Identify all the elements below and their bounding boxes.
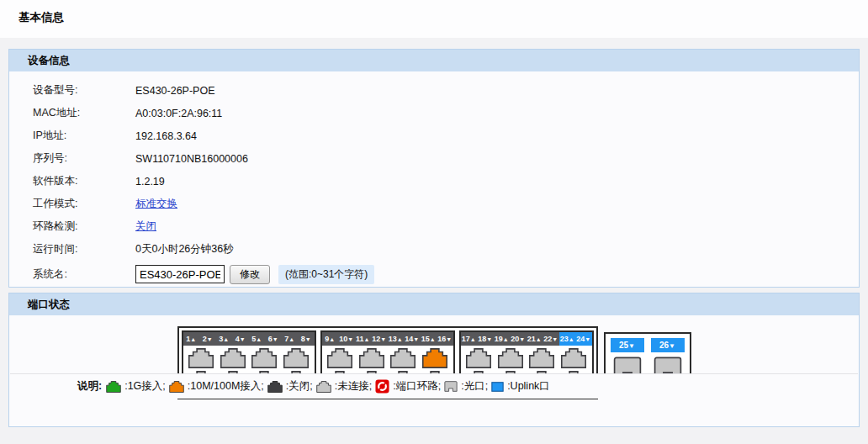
system-name-row: 系统名: 修改 (范围:0~31个字符) <box>9 261 859 288</box>
port-11-jack-icon <box>358 348 385 368</box>
device-model-label: 设备型号: <box>9 83 135 98</box>
port-5-jack-icon <box>251 348 278 368</box>
port-20-arrow-icon: ▼ <box>519 336 525 342</box>
port-4-label: 4▼ <box>232 332 249 346</box>
legend-item-jack-off: :关闭; <box>267 379 313 394</box>
jack-100m-icon <box>169 381 184 393</box>
port-legend: 说明: :1G接入;:10M/100M接入;:关闭;:未连接;:端口环路;:光口… <box>10 373 858 399</box>
work-mode-row: 工作模式: 标准交换 <box>9 193 859 215</box>
loop-detection-label: 环路检测: <box>9 219 135 234</box>
port-block-2-row-1 <box>322 348 453 368</box>
port-23-arrow-icon: ▲ <box>569 336 574 342</box>
port-5-label: 5▲ <box>249 332 266 346</box>
port-12-label: 12▼ <box>371 332 388 346</box>
device-model-row: 设备型号: ES430-26P-POE <box>9 79 859 102</box>
legend-items: :1G接入;:10M/100M接入;:关闭;:未连接;:端口环路;:光口;:Up… <box>106 379 553 394</box>
loop-detection-row: 环路检测: 关闭 <box>9 215 859 238</box>
legend-text-jack-idle: :未连接; <box>335 379 372 394</box>
port-1-label: 1▲ <box>183 332 200 346</box>
system-name-input[interactable] <box>135 265 225 283</box>
work-mode-link[interactable]: 标准交换 <box>135 197 177 211</box>
device-info-panel: 设备信息 设备型号: ES430-26P-POE MAC地址: A0:03:0F… <box>8 49 860 288</box>
port-15-jack-icon <box>421 348 448 368</box>
legend-item-fiber: :光口; <box>444 379 488 394</box>
legend-text-uplink: :Uplink口 <box>507 379 550 394</box>
serial-number-value: SW110710NB16000006 <box>135 153 248 165</box>
port-8-label: 8▼ <box>298 332 315 346</box>
page-header: 基本信息 <box>0 0 868 38</box>
legend-item-jack-100m: :10M/100M接入; <box>169 379 264 394</box>
port-loop-icon <box>375 379 389 394</box>
port-block-1-header: 1▲2▼3▲4▼5▲6▼7▲8▼ <box>183 332 315 346</box>
ip-address-value: 192.168.3.64 <box>135 130 197 142</box>
port-16-arrow-icon: ▼ <box>446 336 452 342</box>
port-15-arrow-icon: ▲ <box>430 336 436 342</box>
port-9-arrow-icon: ▲ <box>329 336 335 342</box>
port-25-arrow-icon: ▼ <box>628 342 635 350</box>
port-17-arrow-icon: ▲ <box>470 336 476 342</box>
port-19-jack-icon <box>497 348 524 368</box>
port-1-arrow-icon: ▲ <box>190 336 196 342</box>
port-2-label: 2▼ <box>199 332 216 346</box>
uptime-label: 运行时间: <box>9 242 135 256</box>
port-12-arrow-icon: ▼ <box>380 336 386 342</box>
port-14-arrow-icon: ▼ <box>413 336 419 342</box>
legend-text-jack-1g: :1G接入; <box>124 379 166 394</box>
jack-1g-icon <box>106 381 121 393</box>
serial-number-label: 序列号: <box>9 151 135 166</box>
port-block-1-row-1 <box>183 348 315 368</box>
port-8-arrow-icon: ▼ <box>305 336 311 342</box>
legend-item-loop: :端口环路; <box>375 379 441 394</box>
port-9-jack-icon <box>326 348 353 368</box>
legend-label: 说明: <box>77 379 102 394</box>
uptime-row: 运行时间: 0天0小时26分钟36秒 <box>9 238 859 261</box>
port-17-label: 17▲ <box>461 332 478 346</box>
port-7-jack-icon <box>283 348 310 368</box>
port-24-label: 24▼ <box>575 332 592 346</box>
device-model-value: ES430-26P-POE <box>135 85 215 97</box>
work-mode-label: 工作模式: <box>9 197 135 211</box>
port-25-label: 25▼ <box>611 338 644 352</box>
legend-item-jack-idle: :未连接; <box>316 379 372 394</box>
port-11-label: 11▲ <box>355 332 372 346</box>
ip-address-row: IP地址: 192.168.3.64 <box>9 124 859 147</box>
firmware-version-label: 软件版本: <box>9 174 135 188</box>
port-10-label: 10▼ <box>338 332 355 346</box>
port-status-panel: 端口状态 1▲2▼3▲4▼5▲6▼7▲8▼9▲10▼11▲12▼13▲14▼15… <box>8 293 860 427</box>
uptime-value: 0天0小时26分钟36秒 <box>135 242 234 256</box>
port-20-label: 20▼ <box>510 332 527 346</box>
port-15-label: 15▲ <box>421 332 437 346</box>
port-13-arrow-icon: ▲ <box>397 336 403 342</box>
loop-detection-link[interactable]: 关闭 <box>135 219 156 234</box>
port-24-arrow-icon: ▼ <box>585 336 590 342</box>
port-26-label: 26▼ <box>651 338 685 352</box>
legend-item-uplink: :Uplink口 <box>491 379 550 394</box>
port-13-label: 13▲ <box>388 332 405 346</box>
port-status-title: 端口状态 <box>28 298 70 312</box>
port-9-label: 9▲ <box>322 332 339 346</box>
port-3-label: 3▲ <box>216 332 233 346</box>
port-13-jack-icon <box>389 348 416 368</box>
port-status-panel-header: 端口状态 <box>9 293 859 315</box>
port-11-arrow-icon: ▲ <box>364 336 370 342</box>
ip-address-label: IP地址: <box>9 129 135 143</box>
mac-address-value: A0:03:0F:2A:96:11 <box>135 108 222 119</box>
port-6-arrow-icon: ▼ <box>273 336 278 342</box>
system-name-label: 系统名: <box>9 267 135 282</box>
port-22-arrow-icon: ▼ <box>552 336 558 342</box>
mac-address-row: MAC地址: A0:03:0F:2A:96:11 <box>9 102 859 124</box>
jack-off-icon <box>267 381 283 393</box>
modify-button[interactable]: 修改 <box>230 265 270 284</box>
port-21-label: 21▲ <box>527 332 543 346</box>
port-2-arrow-icon: ▼ <box>207 336 213 342</box>
port-16-label: 16▼ <box>437 332 453 346</box>
port-18-label: 18▼ <box>477 332 494 346</box>
uplink-port-icon <box>491 382 504 392</box>
page-title: 基本信息 <box>19 10 868 25</box>
firmware-version-value: 1.2.19 <box>135 176 165 188</box>
port-7-label: 7▲ <box>282 332 299 346</box>
device-info-title: 设备信息 <box>28 54 70 68</box>
port-block-2-header: 9▲10▼11▲12▼13▲14▼15▲16▼ <box>322 332 453 346</box>
legend-text-jack-off: :关闭; <box>286 379 313 394</box>
fiber-port-icon <box>444 381 458 392</box>
